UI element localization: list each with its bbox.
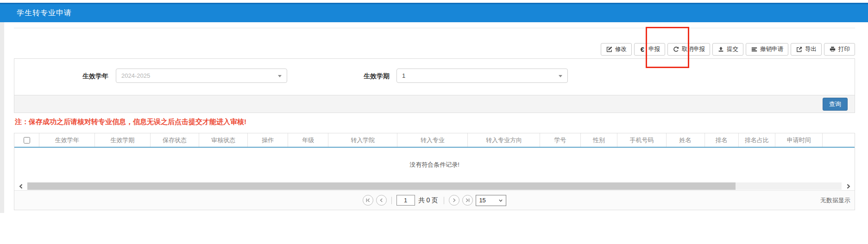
toolbar-button-label: 导出	[805, 45, 817, 53]
toolbar-button-export[interactable]: 导出	[791, 43, 822, 56]
euro-icon: €	[639, 46, 646, 53]
select-all-checkbox[interactable]	[24, 137, 30, 144]
table-column-header: 年级	[288, 133, 328, 147]
list-icon	[751, 46, 757, 53]
left-gutter	[0, 22, 4, 213]
pager-divider	[444, 197, 444, 204]
toolbar-button-refresh[interactable]: 取消申报	[667, 43, 710, 56]
chevron-down-icon	[498, 198, 503, 203]
effective-term-label: 生效学期	[336, 72, 390, 81]
table-column-header: 转入专业方向	[468, 133, 540, 147]
upload-icon	[717, 46, 724, 53]
last-page-icon	[465, 198, 470, 203]
prev-page-button[interactable]	[376, 195, 387, 206]
page-header-bar: 学生转专业申请	[0, 3, 868, 22]
table-column-header: 手机号码	[617, 133, 666, 147]
table-column-header: 生效学期	[95, 133, 151, 147]
toolbar-button-label: 取消申报	[682, 45, 705, 53]
table-header-row: 生效学年生效学期保存状态审核状态操作年级转入学院转入专业转入专业方向学号性别手机…	[14, 133, 855, 148]
toolbar-button-upload[interactable]: 提交	[712, 43, 743, 56]
chevron-left-icon	[19, 184, 24, 189]
page-size-value: 15	[479, 197, 485, 204]
no-data-label: 无数据显示	[820, 196, 850, 205]
toolbar-button-label: 提交	[727, 45, 738, 53]
first-page-icon	[365, 198, 371, 203]
effective-term-value: 1	[402, 72, 405, 79]
chevron-right-icon	[452, 198, 457, 203]
effective-year-select[interactable]: 2024-2025	[116, 69, 287, 83]
scrollbar-track[interactable]	[27, 182, 842, 190]
next-page-button[interactable]	[449, 195, 459, 206]
first-page-button[interactable]	[363, 195, 373, 206]
table-column-header: 生效学年	[39, 133, 95, 147]
table-column-header: 性别	[581, 133, 618, 147]
table-column-header: 学号	[540, 133, 580, 147]
toolbar-button-label: 打印	[838, 45, 850, 53]
table-header-checkbox-cell	[14, 133, 39, 147]
pagination-bar: 共0页 15 无数据显示	[14, 190, 855, 210]
results-table: 生效学年生效学期保存状态审核状态操作年级转入学院转入专业转入专业方向学号性别手机…	[14, 133, 855, 210]
effective-term-select[interactable]: 1	[396, 69, 568, 83]
toolbar-button-print[interactable]: 打印	[824, 43, 855, 56]
effective-year-value: 2024-2025	[121, 72, 150, 79]
print-icon	[829, 46, 836, 53]
table-column-header: 排名	[705, 133, 739, 147]
scroll-left-button[interactable]	[14, 182, 27, 190]
notice-text: 注：保存成功之后请核对转专业信息，信息无误之后点击提交才能进入审核!	[15, 118, 246, 126]
filter-footer-bar: 查询	[14, 95, 855, 113]
table-column-spacer	[823, 133, 855, 147]
filter-panel: 生效学年 2024-2025 生效学期 1 查询	[14, 58, 855, 113]
page-title: 学生转专业申请	[17, 8, 72, 18]
chevron-right-icon	[846, 184, 851, 189]
effective-year-label: 生效学年	[55, 72, 108, 81]
toolbar: 修改€申报取消申报提交撤销申请导出打印	[14, 43, 855, 56]
query-button[interactable]: 查询	[823, 98, 848, 111]
table-column-header: 申请时间	[775, 133, 823, 147]
table-column-header: 保存状态	[151, 133, 199, 147]
page-size-select[interactable]: 15	[476, 195, 506, 206]
toolbar-button-label: 申报	[648, 45, 660, 53]
edit-icon	[606, 46, 612, 53]
export-icon	[796, 46, 802, 53]
toolbar-button-label: 撤销申请	[760, 45, 783, 53]
content-card-top-border	[14, 28, 855, 28]
table-column-header: 审核状态	[199, 133, 248, 147]
chevron-down-icon	[278, 75, 282, 77]
page-number-input[interactable]	[396, 195, 415, 206]
horizontal-scrollbar	[14, 182, 855, 190]
toolbar-button-label: 修改	[615, 45, 627, 53]
table-column-header: 操作	[248, 133, 288, 147]
pager-divider	[391, 197, 392, 204]
scroll-right-button[interactable]	[842, 182, 855, 190]
table-column-header: 转入学院	[328, 133, 397, 147]
filter-fields-row: 生效学年 2024-2025 生效学期 1	[14, 59, 855, 95]
table-body: 没有符合条件记录!	[14, 148, 855, 182]
empty-records-message: 没有符合条件记录!	[14, 161, 855, 169]
last-page-button[interactable]	[462, 195, 473, 206]
table-column-header: 排名占比	[739, 133, 776, 147]
chevron-down-icon	[559, 75, 562, 77]
total-pages-label: 共0页	[419, 196, 440, 205]
chevron-left-icon	[379, 198, 384, 203]
table-column-header: 姓名	[667, 133, 705, 147]
toolbar-button-euro[interactable]: €申报	[634, 43, 665, 56]
table-column-header: 转入专业	[397, 133, 468, 147]
refresh-icon	[673, 46, 679, 53]
toolbar-button-list[interactable]: 撤销申请	[746, 43, 788, 56]
scrollbar-thumb[interactable]	[27, 182, 736, 190]
toolbar-button-edit[interactable]: 修改	[601, 43, 632, 56]
